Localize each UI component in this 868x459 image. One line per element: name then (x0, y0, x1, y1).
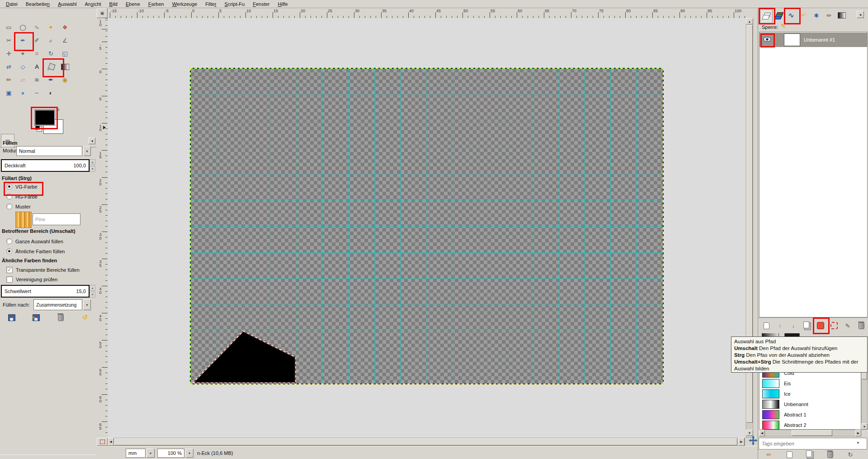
tool-eraser[interactable]: ▱ (16, 73, 30, 86)
selection-to-path-button[interactable] (829, 320, 840, 331)
tool-crop[interactable]: ⌗ (30, 47, 44, 60)
paths-tab[interactable]: ∿ (785, 9, 797, 22)
tool-cage-transform[interactable]: ◇ (16, 60, 30, 73)
affected-0[interactable]: Ganze Auswahl füllen (6, 238, 63, 244)
gradients-tab[interactable] (836, 9, 848, 22)
edit-gradient-button[interactable]: ✏ (764, 450, 774, 459)
gradient-row-ice[interactable]: Ice (760, 388, 861, 399)
fill-type-1[interactable]: HG-Farbe (6, 194, 38, 199)
tool-paths[interactable]: ✒ (16, 34, 30, 47)
spin-up-icon[interactable]: ▲ (90, 285, 95, 291)
tool-flip[interactable]: ⇄ (2, 60, 16, 73)
radio-button[interactable] (6, 248, 12, 254)
spin-down-icon[interactable]: ▼ (90, 166, 95, 172)
hscroll-left-icon[interactable]: ◀ (108, 438, 114, 446)
raise-path-button[interactable]: ↑ (774, 320, 785, 331)
swap-colors-icon[interactable]: ⇄ (56, 108, 60, 112)
tool-blur-sharpen[interactable]: ● (16, 86, 30, 99)
mode-combo[interactable]: Normal (16, 146, 82, 156)
menu-item-ansicht[interactable]: Ansicht (81, 1, 105, 7)
restore-options-button[interactable]: ↱ (32, 313, 41, 322)
tool-move[interactable]: ✛ (2, 47, 16, 60)
tool-gradient[interactable] (58, 60, 72, 73)
new-path-button[interactable] (761, 320, 772, 331)
undo-history-tab[interactable]: ↶ (798, 9, 810, 22)
zoom-combo[interactable]: 100 % (157, 449, 184, 458)
visibility-eye-icon[interactable] (763, 37, 771, 43)
tool-perspective-clone[interactable]: ▣ (2, 86, 16, 99)
lock-brush-icon[interactable]: ✎ (781, 23, 786, 29)
radio-button[interactable] (6, 238, 12, 244)
checkbox[interactable]: ✓ (6, 267, 13, 273)
menu-item-werkzeuge[interactable]: Werkzeuge (168, 1, 201, 7)
menu-item-hilfe[interactable]: Hilfe (274, 1, 292, 7)
tool-clone[interactable]: ◉ (58, 73, 72, 86)
tool-select-by-color[interactable]: ❖ (58, 21, 72, 34)
tool-rectangle-select[interactable]: ▭ (2, 21, 16, 34)
gradient-row-eis[interactable]: Eis (760, 378, 861, 388)
radio-button[interactable] (6, 194, 12, 199)
tool-zoom[interactable]: ⌕ (44, 34, 58, 47)
tool-color-picker[interactable]: ✐ (30, 34, 44, 47)
menu-item-script-fu[interactable]: Script-Fu (221, 1, 249, 7)
gradient-vscroll-down-icon[interactable]: ▼ (861, 423, 868, 430)
tool-rotate[interactable]: ↻ (44, 47, 58, 60)
menu-item-ebene[interactable]: Ebene (122, 1, 144, 7)
fill-type-0[interactable]: VG-Farbe (6, 184, 37, 189)
pattern-entry[interactable]: Pine (33, 213, 80, 225)
duplicate-path-button[interactable] (802, 320, 812, 331)
gradient-hscroll-right-icon[interactable]: ▶ (855, 430, 861, 436)
finding-check-0[interactable]: ✓Transparente Bereiche füllen (6, 267, 80, 273)
tool-free-select[interactable]: ∿ (30, 21, 44, 34)
tool-align[interactable]: ⌖ (16, 47, 30, 60)
tool-text[interactable]: A (30, 60, 44, 73)
tags-input[interactable] (759, 438, 867, 450)
menu-item-auswahl[interactable]: Auswahl (54, 1, 81, 7)
path-row-unbenannt[interactable]: Unbenannt #1 (760, 33, 867, 47)
threshold-slider[interactable]: Schwellwert 15,0 (1, 285, 90, 298)
menu-item-fenster[interactable]: Fenster (249, 1, 274, 7)
lower-path-button[interactable]: ↓ (788, 320, 799, 331)
layers-tab[interactable] (760, 9, 773, 22)
finding-check-1[interactable]: Vereinigung prüfen (6, 276, 57, 283)
canvas-image[interactable] (191, 69, 663, 383)
menu-item-filter[interactable]: Filter (201, 1, 220, 7)
spin-up-icon[interactable]: ▲ (90, 159, 95, 165)
opacity-spinners[interactable]: ▲ ▼ (90, 159, 95, 172)
quick-mask-toggle[interactable] (97, 438, 108, 446)
ruler-corner-button[interactable]: ▣ (97, 8, 108, 18)
menu-item-bearbeiten[interactable]: Bearbeiten (22, 1, 54, 7)
tool-options-menu-button[interactable]: ◂ (89, 137, 95, 144)
default-colors-icon[interactable] (35, 126, 40, 130)
gradient-row-unbenannt[interactable]: Unbenannt (760, 399, 861, 409)
delete-path-button[interactable] (856, 320, 867, 331)
fill-by-combo-arrow[interactable]: ▼ (83, 299, 91, 310)
vertical-ruler[interactable]: -10-505101520253035404550556065 (97, 18, 108, 438)
reset-options-button[interactable]: ↺ (80, 313, 90, 322)
menu-item-farben[interactable]: Farben (144, 1, 168, 7)
channels-tab[interactable] (773, 9, 784, 22)
radio-button[interactable] (6, 184, 12, 189)
paths-list[interactable] (759, 32, 868, 317)
hscroll-thumb[interactable] (114, 438, 737, 445)
horizontal-ruler[interactable]: -15-10-505101520253035404550556065707580… (108, 8, 745, 19)
navigation-cross-icon[interactable] (748, 435, 758, 446)
new-gradient-button[interactable] (785, 450, 794, 459)
pattern-swatch[interactable] (15, 212, 32, 228)
tool-ink[interactable]: ✒ (44, 73, 58, 86)
zoom-combo-arrow[interactable]: ▼ (185, 449, 193, 458)
gradient-hscroll-thumb[interactable] (792, 430, 832, 436)
unit-combo-arrow[interactable]: ▼ (146, 449, 155, 458)
gradient-row-abstract-2[interactable]: Abstract 2 (760, 420, 861, 430)
radio-button[interactable] (6, 203, 12, 209)
duplicate-gradient-button[interactable] (805, 450, 814, 459)
vscroll-up-icon[interactable]: ▲ (746, 18, 753, 24)
tool-scale[interactable]: ◱ (58, 47, 72, 60)
delete-gradient-button[interactable] (826, 450, 835, 459)
tool-bucket-fill[interactable] (44, 60, 58, 73)
gradient-row-abstract-1[interactable]: Abstract 1 (760, 409, 861, 420)
tool-dodge-burn[interactable]: ◐ (44, 86, 58, 99)
unit-combo[interactable]: mm (126, 449, 146, 458)
spin-down-icon[interactable]: ▼ (90, 292, 95, 298)
tool-scissors[interactable]: ✂ (2, 34, 16, 47)
